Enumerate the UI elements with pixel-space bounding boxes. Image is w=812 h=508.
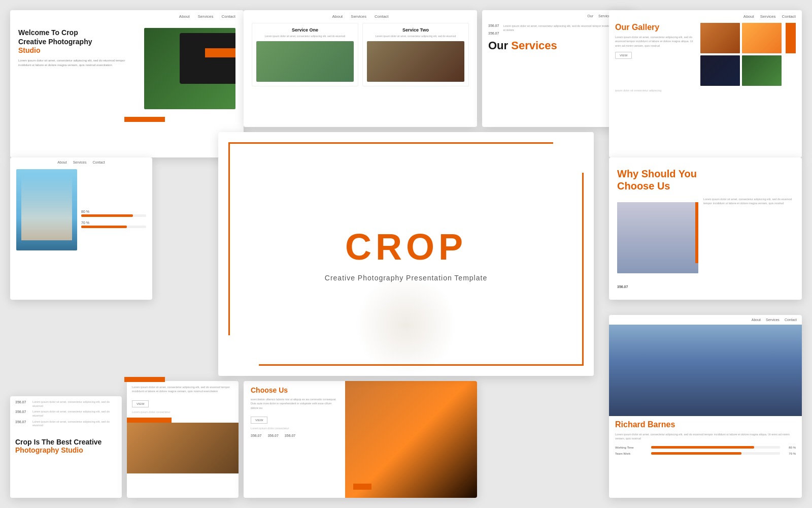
choose-orange-bar: [695, 202, 698, 263]
service-one-image: [256, 41, 354, 82]
gallery-view-btn[interactable]: VIEW: [615, 52, 632, 59]
nav-contact[interactable]: Contact: [221, 14, 235, 19]
stats-bars-area: 80 % 70 %: [81, 169, 146, 250]
num-row-3: 356.07 Lorem ipsum dolor sit amet, conse…: [15, 420, 117, 428]
num-val-3: 356.07: [15, 420, 30, 428]
stats-nav: About Services Contact: [10, 157, 152, 167]
gallery-orange-accent: [786, 23, 796, 53]
nav-services[interactable]: Services: [198, 14, 214, 19]
service-card-one: Service One Lorem ipsum dolor sit amet, …: [252, 23, 358, 86]
richard-nav: About Services Contact: [609, 315, 802, 325]
bottom-choose-slide: Choose Us exercitation ullamco laboris n…: [244, 381, 477, 498]
orange-accent-bar: [205, 48, 235, 57]
gallery-title: Our Gallery: [615, 23, 696, 32]
bcc-drone-image: [345, 381, 477, 498]
richard-slide: About Services Contact Richard Barnes Lo…: [609, 315, 802, 498]
num-text-3: Lorem ipsum dolor sit amet, consectetur …: [32, 420, 117, 428]
choose-content: Why Should You Choose Us 356.07 Lorem ip…: [609, 157, 802, 283]
choose-why-text: Why Should You: [617, 168, 697, 179]
stnav-contact[interactable]: Contact: [93, 161, 105, 164]
brand-letter-c: C: [345, 227, 376, 267]
choose-body: Lorem ipsum dolor sit amet, consectetur …: [703, 197, 794, 206]
richard-person-image: [609, 325, 802, 416]
choose-slide-title: Choose Us: [251, 386, 338, 394]
choose-nums: 356.07 356.07 356.07: [251, 434, 338, 437]
welcome-content: Welcome To Crop Creative Photography Stu…: [10, 23, 244, 114]
hero-hand-graphic: [355, 274, 457, 376]
os-num-col: 356.07 356.07: [488, 24, 499, 35]
gnav-services[interactable]: Services: [760, 14, 776, 19]
richard-first-name: Richard: [615, 420, 646, 429]
our-services-title: Our Services: [488, 39, 628, 52]
gallery-title-our: Our: [615, 23, 629, 31]
gallery-images-grid: [700, 23, 782, 86]
bar1-fill: [81, 214, 133, 217]
stnav-about[interactable]: About: [57, 161, 66, 164]
rnav-contact[interactable]: Contact: [785, 318, 797, 322]
service-cards-container: Service One Lorem ipsum dolor sit amet, …: [244, 23, 477, 86]
richard-bar1-val: 80 %: [783, 446, 796, 449]
gallery-content: Our Gallery Lorem ipsum dolor sit amet, …: [609, 23, 802, 86]
bcl-content: Lorem ipsum dolor sit amet, consectetur …: [127, 381, 239, 418]
bcc-layout: Choose Us exercitation ullamco laboris n…: [244, 381, 477, 498]
choose-view-btn[interactable]: VIEW: [251, 417, 267, 424]
gnav-contact[interactable]: Contact: [782, 14, 796, 19]
richard-bar1-label: Working Time: [615, 446, 648, 449]
bcc-orange-corner: [353, 484, 371, 490]
choose-num3: 356.07: [285, 434, 295, 437]
photography-title-line1: Crop Is The Best Creative: [15, 438, 117, 446]
why-choose-slide: Why Should You Choose Us 356.07 Lorem ip…: [609, 157, 802, 300]
richard-bar1-fill: [651, 446, 754, 449]
bottom-left-title: Crop Is The Best Creative Photography St…: [10, 438, 122, 454]
num-text-1: Lorem ipsum dolor sit amet, consectetur …: [32, 400, 117, 408]
services-nav: About Services Contact: [244, 10, 477, 23]
osnav-about[interactable]: Our: [587, 14, 593, 18]
bcl-orange-bar: [127, 418, 172, 423]
choose-lorem: Lorem ipsum dolor consectetur: [251, 427, 338, 430]
camera-graphic: [180, 33, 235, 84]
richard-bar2-label: Team Work: [615, 452, 648, 455]
snav-contact[interactable]: Contact: [375, 14, 389, 19]
choose-number: 356.07: [617, 285, 628, 289]
bar2-fill: [81, 226, 127, 228]
welcome-text-area: Welcome To Crop Creative Photography Stu…: [18, 28, 138, 109]
bcl-body: Lorem ipsum dolor sit amet, consectetur …: [132, 385, 233, 394]
num-row-1: 356.07 Lorem ipsum dolor sit amet, conse…: [15, 400, 117, 408]
bar1-row: 80 %: [81, 210, 146, 213]
welcome-slide: About Services Contact Welcome To Crop C…: [10, 10, 244, 157]
photography-title-line2: Photography Studio: [15, 446, 117, 454]
snav-services[interactable]: Services: [351, 14, 366, 19]
os-nums: 356.07 356.07 Lorem ipsum dolor sit amet…: [488, 24, 628, 35]
stats-content: 80 % 70 %: [10, 167, 152, 252]
gallery-img-2: [742, 23, 782, 53]
richard-last-name: Barnes: [648, 420, 675, 429]
choose-num1: 356.07: [251, 434, 261, 437]
gallery-img-3: [700, 55, 740, 86]
richard-content: Richard Barnes Lorem ipsum dolor sit ame…: [609, 416, 802, 462]
rnav-services[interactable]: Services: [766, 318, 780, 322]
choose-lower: 356.07 Lorem ipsum dolor sit amet, conse…: [617, 197, 794, 273]
gnav-about[interactable]: About: [743, 14, 754, 19]
service-card-two: Service Two Lorem ipsum dolor sit amet, …: [362, 23, 469, 86]
bar1-bg: [81, 214, 146, 217]
snav-about[interactable]: About: [332, 14, 343, 19]
brand-rest: ROP: [376, 227, 467, 267]
choose-text-area: Lorem ipsum dolor sit amet, consectetur …: [703, 197, 794, 273]
num-row-2: 356.07 Lorem ipsum dolor sit amet, conse…: [15, 410, 117, 418]
welcome-image: [144, 28, 235, 109]
num-text-2: Lorem ipsum dolor sit amet, consectetur …: [32, 410, 117, 418]
welcome-nav: About Services Contact: [10, 10, 244, 23]
bcc-text-col: Choose Us exercitation ullamco laboris n…: [244, 381, 345, 498]
richard-bar1-row: Working Time 80 %: [615, 446, 796, 449]
service-one-title: Service One: [256, 27, 354, 33]
num-val-1: 356.07: [15, 400, 30, 408]
stnav-services[interactable]: Services: [73, 161, 87, 164]
service-one-text: Lorem ipsum dolor sit amet, consectetur …: [256, 35, 354, 38]
os-title-our: Our: [488, 39, 508, 52]
nav-about[interactable]: About: [179, 14, 190, 19]
rnav-about[interactable]: About: [752, 318, 761, 322]
bcl-view-btn[interactable]: VIEW: [132, 400, 149, 407]
richard-bar1-bg: [651, 446, 780, 449]
richard-bar2-row: Team Work 70 %: [615, 452, 796, 455]
richard-bar2-val: 70 %: [783, 452, 796, 455]
